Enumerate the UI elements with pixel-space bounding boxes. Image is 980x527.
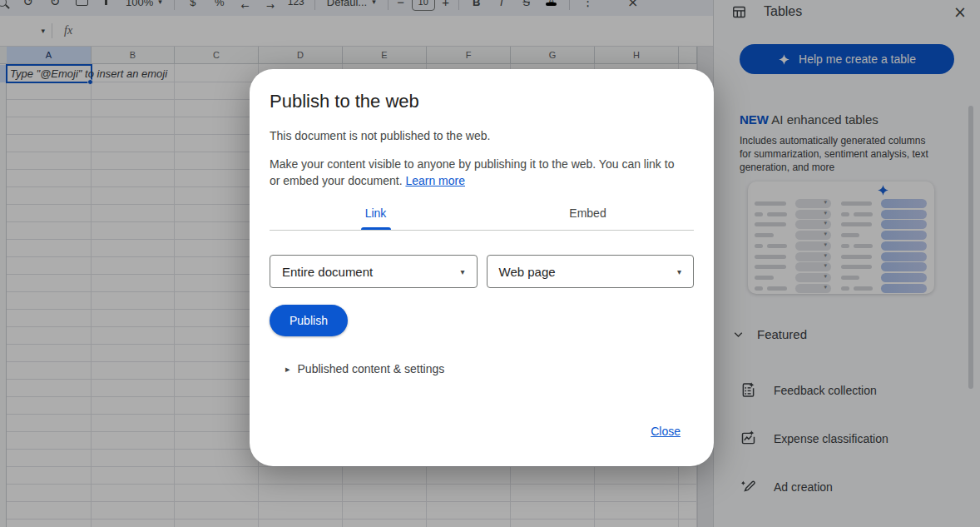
published-content-settings-expander[interactable]: ▸ Published content & settings [285, 362, 694, 375]
publish-scope-select[interactable]: Entire document ▾ [270, 255, 478, 288]
active-tab-indicator [361, 227, 391, 230]
google-sheets-app: ↺ ↻ 100% ▾ $ % .0 ← .00 → 1 [0, 0, 980, 527]
chevron-down-icon: ▾ [460, 267, 464, 276]
publish-body-text: Make your content visible to anyone by p… [270, 156, 686, 189]
tab-link[interactable]: Link [270, 199, 482, 230]
publish-status-text: This document is not published to the we… [270, 127, 694, 144]
close-dialog-button[interactable]: Close [651, 425, 681, 438]
publish-format-select[interactable]: Web page ▾ [487, 255, 695, 288]
publish-button[interactable]: Publish [270, 305, 348, 336]
publish-tabs: Link Embed [270, 199, 694, 231]
tab-embed[interactable]: Embed [482, 199, 694, 230]
publish-to-web-dialog: Publish to the web This document is not … [250, 69, 714, 466]
disclosure-triangle-icon: ▸ [285, 364, 290, 375]
dialog-title: Publish to the web [270, 90, 694, 113]
learn-more-link[interactable]: Learn more [405, 174, 465, 187]
chevron-down-icon: ▾ [677, 267, 681, 276]
